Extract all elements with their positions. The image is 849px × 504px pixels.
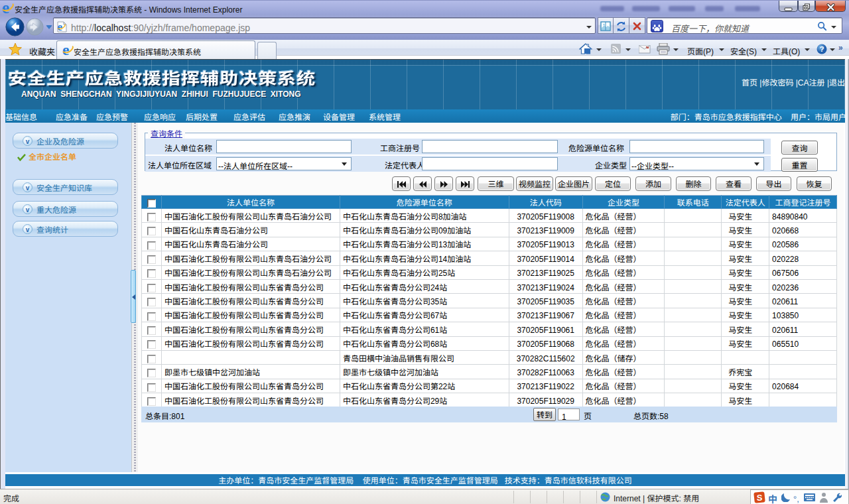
svg-text:e: e — [62, 44, 69, 56]
svg-text:?: ? — [820, 45, 824, 53]
svg-text:e: e — [58, 21, 63, 32]
svg-text:S: S — [757, 493, 763, 503]
svg-text:e: e — [2, 2, 9, 14]
